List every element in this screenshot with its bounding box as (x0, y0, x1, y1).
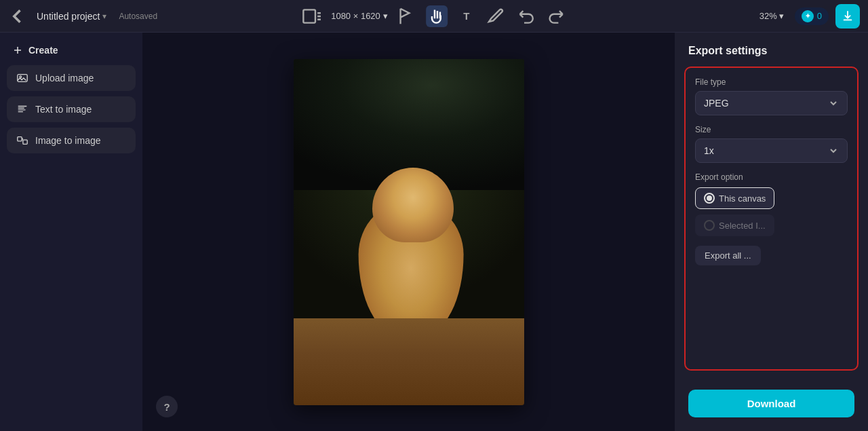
help-button[interactable]: ? (156, 396, 178, 417)
file-type-label: File type (695, 77, 848, 87)
selected-radio (704, 220, 715, 231)
hand-tool[interactable] (426, 5, 448, 27)
size-select[interactable]: 1x (695, 138, 848, 163)
svg-rect-0 (303, 10, 315, 22)
undo-button[interactable] (515, 5, 537, 27)
topbar-center-controls: 1080 × 1620 ▾ T (301, 5, 567, 27)
project-dropdown-icon: ▾ (102, 12, 106, 21)
text-tool-icon: T (463, 10, 469, 22)
left-sidebar: Create Upload image Text to image Image … (0, 33, 142, 431)
zoom-control[interactable]: 32% ▾ (755, 8, 788, 24)
export-settings-panel: Export settings File type JPEG Size 1x (675, 33, 868, 431)
size-value: 1x (704, 145, 714, 156)
image-to-image-label: Image to image (35, 135, 101, 146)
topbar-right-controls: 32% ▾ ✦ 0 (755, 4, 860, 29)
file-type-select[interactable]: JPEG (695, 91, 848, 115)
zoom-arrow: ▾ (779, 11, 784, 21)
dog-paw-left (372, 329, 392, 343)
back-button[interactable] (8, 7, 27, 26)
topbar-download-button[interactable] (835, 4, 860, 29)
selected-label: Selected I... (719, 221, 766, 231)
canvas-image (294, 59, 524, 405)
create-header: Create (7, 41, 136, 60)
export-all-button[interactable]: Export all ... (695, 246, 761, 265)
create-label: Create (28, 45, 58, 56)
svg-rect-3 (18, 137, 22, 141)
zoom-value: 32% (760, 11, 777, 21)
flag-tool[interactable] (396, 5, 418, 27)
dimensions-control[interactable]: 1080 × 1620 ▾ (331, 11, 388, 21)
text-tool[interactable]: T (456, 5, 477, 27)
export-option-label: Export option (695, 172, 848, 182)
sidebar-item-text-to-image[interactable]: Text to image (7, 96, 136, 122)
size-label: Size (695, 125, 848, 134)
dimensions-arrow: ▾ (383, 11, 388, 21)
credits-count: 0 (817, 11, 822, 21)
file-type-field: File type JPEG (695, 77, 848, 115)
resize-tool[interactable] (301, 5, 323, 27)
help-icon: ? (163, 401, 170, 413)
autosaved-label: Autosaved (119, 12, 157, 21)
sidebar-item-image-to-image[interactable]: Image to image (7, 128, 136, 153)
this-canvas-radio (704, 193, 715, 204)
export-option-field: Export option This canvas Selected I... (695, 172, 848, 236)
export-settings-title: Export settings (675, 33, 868, 67)
dog-head (372, 168, 454, 242)
svg-rect-4 (23, 140, 27, 144)
upload-image-label: Upload image (35, 73, 94, 83)
download-section: Download (675, 380, 868, 431)
this-canvas-label: This canvas (719, 193, 766, 204)
size-field: Size 1x (695, 125, 848, 163)
canvas-area[interactable]: ? (142, 33, 675, 431)
sidebar-item-upload-image[interactable]: Upload image (7, 65, 136, 91)
text-to-image-label: Text to image (35, 104, 92, 115)
redo-button[interactable] (545, 5, 567, 27)
project-name: Untitled project (37, 11, 100, 22)
export-option-this-canvas[interactable]: This canvas (695, 187, 774, 209)
main-content: Create Upload image Text to image Image … (0, 33, 868, 431)
export-all-label: Export all ... (705, 250, 751, 261)
dog-paw-right (430, 329, 450, 343)
topbar: Untitled project ▾ Autosaved 1080 × 1620… (0, 0, 868, 33)
project-title-button[interactable]: Untitled project ▾ (33, 8, 111, 24)
dimensions-value: 1080 × 1620 (331, 11, 380, 21)
export-settings-body: File type JPEG Size 1x (684, 67, 859, 371)
export-option-buttons: This canvas Selected I... (695, 187, 848, 236)
this-canvas-radio-fill (707, 195, 712, 201)
download-button[interactable]: Download (688, 390, 854, 417)
credits-display[interactable]: ✦ 0 (795, 7, 829, 25)
dog-photo (294, 59, 524, 405)
file-type-value: JPEG (704, 98, 729, 109)
draw-tool[interactable] (486, 5, 507, 27)
export-option-selected: Selected I... (695, 214, 774, 236)
credits-icon: ✦ (802, 10, 814, 22)
